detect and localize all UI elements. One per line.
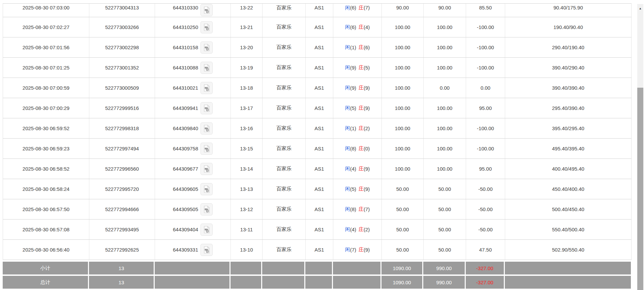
balance-before-after: 390.40/390.40 — [505, 78, 631, 98]
game-result: 闲(5) 庄(9) — [333, 98, 382, 118]
player-result-label: 闲 — [345, 44, 350, 51]
bet-amount-link[interactable]: 100.00 — [382, 37, 424, 57]
table-code: AS1 — [306, 98, 333, 118]
video-replay-button[interactable] — [201, 21, 213, 33]
bet-id: 522772992625 — [89, 240, 155, 260]
table-code: AS1 — [306, 199, 333, 219]
banker-result-label: 庄 — [359, 85, 364, 91]
video-replay-icon — [203, 84, 211, 92]
summary-label: 小计 — [3, 262, 89, 274]
video-replay-button[interactable] — [201, 244, 213, 256]
video-replay-icon — [203, 23, 211, 31]
valid-bet-amount: 50.00 — [424, 179, 466, 199]
summary-empty-cell — [262, 276, 305, 289]
win-loss-amount: 85.50 — [466, 4, 505, 17]
banker-result-label: 庄 — [359, 145, 364, 152]
bet-amount-link[interactable]: 100.00 — [382, 139, 424, 158]
bet-id: 522772997494 — [89, 139, 155, 158]
table-row: 2025-08-30 06:59:23 522772997494 6443097… — [3, 139, 632, 159]
summary-empty-cell — [333, 276, 381, 289]
win-loss-amount: -50.00 — [466, 220, 505, 239]
video-replay-icon — [203, 44, 211, 52]
bet-amount-link[interactable]: 50.00 — [382, 220, 424, 239]
player-result-label: 闲 — [345, 64, 350, 71]
video-replay-button[interactable] — [201, 41, 213, 54]
scroll-up-arrow-icon[interactable]: ▲ — [637, 4, 643, 13]
bet-amount-link[interactable]: 100.00 — [382, 78, 424, 98]
table-row: 2025-08-30 07:01:25 522773001352 6443100… — [3, 58, 632, 78]
bet-time: 2025-08-30 07:00:59 — [3, 78, 89, 98]
bet-amount-link[interactable]: 100.00 — [382, 118, 424, 138]
banker-score: (2) — [364, 125, 370, 131]
valid-bet-amount: 100.00 — [424, 98, 466, 118]
bet-amount-link[interactable]: 100.00 — [382, 17, 424, 37]
player-result-label: 闲 — [345, 246, 350, 253]
player-result-label: 闲 — [345, 206, 350, 212]
win-loss-amount: -100.00 — [466, 58, 505, 78]
table-code: AS1 — [306, 118, 333, 138]
video-replay-icon — [203, 226, 211, 234]
balance-before-after: 450.40/400.40 — [505, 179, 631, 199]
bet-id: 522772994666 — [89, 199, 155, 219]
banker-result-label: 庄 — [359, 24, 364, 30]
game-type: 百家乐 — [263, 118, 306, 138]
balance-before-after: 390.40/290.40 — [505, 58, 631, 78]
banker-score: (9) — [364, 85, 370, 91]
vertical-scrollbar[interactable]: ▲ — [637, 4, 643, 290]
video-replay-button[interactable] — [201, 224, 213, 236]
video-replay-button[interactable] — [201, 102, 213, 114]
summary-bet-total: 1090.00 — [381, 276, 423, 289]
round-number: 13-12 — [231, 199, 263, 219]
video-replay-icon — [203, 64, 211, 72]
balance-before-after: 90.40/175.90 — [505, 4, 631, 17]
valid-bet-amount: 50.00 — [424, 220, 466, 239]
banker-score: (9) — [364, 186, 370, 192]
video-replay-button[interactable] — [201, 143, 213, 155]
video-replay-button[interactable] — [201, 203, 213, 215]
player-score: (6) — [350, 24, 356, 30]
summary-valid-total: 990.00 — [423, 262, 466, 274]
table-code: AS1 — [306, 17, 333, 37]
round-number: 13-13 — [231, 179, 263, 199]
round-number: 13-18 — [231, 78, 263, 98]
valid-bet-amount: 100.00 — [424, 118, 466, 138]
bet-amount-link[interactable]: 100.00 — [382, 58, 424, 78]
win-loss-amount: -50.00 — [466, 179, 505, 199]
balance-before-after: 400.40/495.40 — [505, 159, 631, 179]
game-result: 闲(1) 庄(2) — [333, 118, 382, 138]
player-score: (1) — [350, 125, 356, 131]
game-type: 百家乐 — [263, 220, 306, 239]
bet-time: 2025-08-30 06:57:50 — [3, 199, 89, 219]
valid-bet-amount: 100.00 — [424, 17, 466, 37]
bet-amount-link[interactable]: 50.00 — [382, 240, 424, 260]
player-score: (8) — [350, 146, 356, 151]
player-result-label: 闲 — [345, 105, 350, 111]
video-replay-button[interactable] — [201, 82, 213, 94]
round-id: 644309677 — [173, 166, 198, 172]
bet-amount-link[interactable]: 100.00 — [382, 98, 424, 118]
table-code: AS1 — [306, 139, 333, 158]
round-id: 644310021 — [173, 85, 198, 91]
bet-amount-link[interactable]: 100.00 — [382, 159, 424, 179]
bet-amount-link[interactable]: 50.00 — [382, 179, 424, 199]
round-number: 13-20 — [231, 37, 263, 57]
bet-id: 522773003266 — [89, 17, 155, 37]
video-replay-button[interactable] — [201, 62, 213, 74]
video-replay-button[interactable] — [201, 122, 213, 135]
game-result: 闲(6) 庄(7) — [333, 4, 382, 17]
game-type: 百家乐 — [263, 199, 306, 219]
round-cell: 644310330 — [155, 4, 231, 17]
bet-id: 522773001352 — [89, 58, 155, 78]
video-replay-button[interactable] — [201, 4, 213, 16]
win-loss-amount: 95.00 — [466, 98, 505, 118]
bet-time: 2025-08-30 07:02:27 — [3, 17, 89, 37]
bet-amount-link[interactable]: 50.00 — [382, 199, 424, 219]
bet-amount-link[interactable]: 90.00 — [382, 4, 424, 17]
valid-bet-amount: 50.00 — [424, 199, 466, 219]
video-replay-button[interactable] — [201, 163, 213, 175]
video-replay-button[interactable] — [201, 183, 213, 195]
scrollbar-thumb[interactable] — [637, 88, 643, 290]
round-number: 13-17 — [231, 98, 263, 118]
bet-id: 522772998318 — [89, 118, 155, 138]
round-number: 13-15 — [231, 139, 263, 158]
